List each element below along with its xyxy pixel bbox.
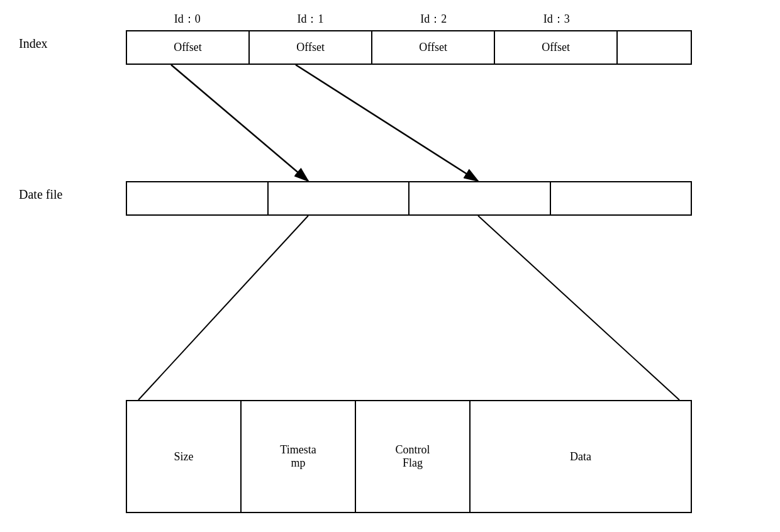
index-cell-0: Offset (127, 31, 250, 64)
arrow-index0-to-datefile (171, 65, 308, 181)
datefile-cell-1 (269, 182, 410, 214)
index-cell-3: Offset (495, 31, 618, 64)
id-label-1: Id：1 (249, 11, 372, 26)
id-label-2: Id：2 (372, 11, 495, 26)
expand-line-left (138, 216, 308, 400)
diagram-container: Id：0 Id：1 Id：2 Id：3 Index Offset Offset … (0, 0, 780, 532)
datefile-table (126, 181, 692, 216)
index-cell-1: Offset (250, 31, 372, 64)
id-labels-row: Id：0 Id：1 Id：2 Id：3 (126, 11, 692, 26)
expand-line-right (478, 216, 679, 400)
index-cell-empty (618, 31, 691, 64)
record-cell-controlflag: Control Flag (356, 401, 471, 512)
index-table: Offset Offset Offset Offset (126, 30, 692, 65)
row-label-datefile: Date file (19, 187, 62, 202)
datefile-cell-2 (410, 182, 551, 214)
record-cell-timestamp: Timesta mp (242, 401, 356, 512)
arrow-index1-to-datefile (296, 65, 478, 181)
id-label-0: Id：0 (126, 11, 249, 26)
record-table: Size Timesta mp Control Flag Data (126, 400, 692, 513)
datefile-cell-3 (551, 182, 691, 214)
datefile-cell-0 (127, 182, 269, 214)
row-label-index: Index (19, 36, 48, 51)
record-cell-size: Size (127, 401, 242, 512)
index-cell-2: Offset (372, 31, 495, 64)
record-cell-data: Data (471, 401, 691, 512)
id-label-3: Id：3 (495, 11, 618, 26)
